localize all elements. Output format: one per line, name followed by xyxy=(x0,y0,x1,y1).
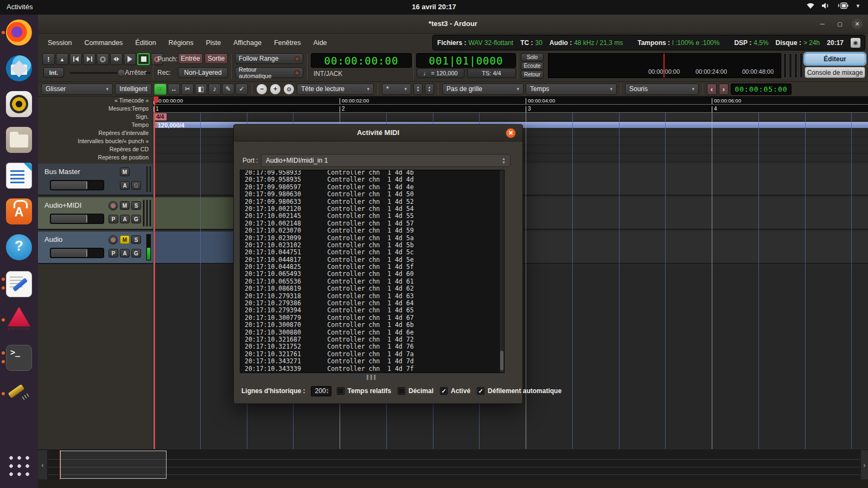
scrollbar-thumb[interactable] xyxy=(500,351,503,370)
track-gain-fader[interactable] xyxy=(50,180,104,190)
metronome-button[interactable]: ▲ xyxy=(56,53,68,65)
window-titlebar[interactable]: *test3 - Ardour ─ ▢ ✕ xyxy=(38,15,868,34)
record-enable-button[interactable] xyxy=(108,235,118,245)
close-button[interactable]: ✕ xyxy=(852,18,863,29)
editor-summary[interactable]: ‹ › xyxy=(38,450,868,479)
timecode-ruler[interactable]: 00:00:00:0000:00:02:0000:00:04:0000:00:0… xyxy=(154,97,868,105)
menu-edition[interactable]: Édition xyxy=(135,39,156,47)
zoom-out-button[interactable]: − xyxy=(256,84,267,95)
nudge-back-button[interactable]: ‹ xyxy=(707,84,717,95)
loop-button[interactable] xyxy=(97,53,109,65)
bus-master-a2-button[interactable]: A xyxy=(120,181,130,190)
bus-master-m-button[interactable]: M xyxy=(120,168,130,176)
port-combo[interactable]: Audio+MIDI/midi_in 1 ▲▼ xyxy=(261,154,510,167)
audio-midi-p2-button[interactable]: P xyxy=(108,215,118,223)
nudge-forward-button[interactable]: › xyxy=(719,84,729,95)
grid-unit-combo[interactable]: Temps▾ xyxy=(526,84,617,95)
ruler-label-reperes-de-cd[interactable]: Repères de CD xyxy=(38,145,153,153)
editor-page-button[interactable]: Éditeur xyxy=(805,53,865,65)
marker-filter-combo[interactable]: *▾ xyxy=(382,84,411,95)
zoom-focus-combo[interactable]: Tête de lecture▾ xyxy=(297,84,374,95)
summary-view-rectangle[interactable] xyxy=(60,451,167,479)
minimize-button[interactable]: ─ xyxy=(817,18,828,29)
audio-p2-button[interactable]: P xyxy=(108,249,118,258)
signature-marker[interactable]: 4/4 xyxy=(154,113,167,120)
summary-overview[interactable] xyxy=(48,450,860,479)
audio-midi-g2-button[interactable]: G xyxy=(131,215,141,223)
midi-panic-button[interactable]: ! xyxy=(42,53,55,65)
dock-item-ubuntu-software[interactable]: A xyxy=(6,198,32,224)
mixer-page-button[interactable]: Console de mixage xyxy=(805,67,865,78)
bus-master-g2-button[interactable]: G xyxy=(131,181,141,190)
listen-button[interactable]: Écoute xyxy=(521,62,544,70)
shuttle-mode-label[interactable]: Arrêter xyxy=(125,68,146,76)
solo-button[interactable]: Solo xyxy=(521,53,544,61)
decimal-checkbox[interactable] xyxy=(398,387,405,395)
track-header-audio-midi[interactable]: Audio+MIDIMSPAG xyxy=(38,197,153,230)
smart-mode-button[interactable]: Intelligent xyxy=(115,84,152,95)
transport-range-button[interactable] xyxy=(110,53,123,65)
ruler-label-reperes-de-position[interactable]: Repères de position xyxy=(38,153,153,162)
dialog-close-button[interactable]: ✕ xyxy=(506,128,516,138)
dock-item-terminal[interactable]: >_ xyxy=(6,345,32,371)
time-signature-button[interactable]: TS: 4/4 xyxy=(467,68,516,78)
checkbox-group-temps-relatifs[interactable]: Temps relatifs xyxy=(337,387,391,395)
dialog-titlebar[interactable]: Activité MIDI ✕ xyxy=(234,125,522,142)
signature-ruler[interactable]: 4/4 xyxy=(154,113,868,121)
grid-combo[interactable]: Pas de grille▾ xyxy=(442,84,524,95)
auto-return-button[interactable]: Retour automatique xyxy=(235,67,303,78)
summary-scroll-right-button[interactable]: › xyxy=(860,450,868,479)
range-tool-button[interactable]: ↔ xyxy=(168,84,180,95)
audio-midi-s-button[interactable]: S xyxy=(131,201,141,210)
menu-fenetres[interactable]: Fenêtres xyxy=(274,39,301,47)
follow-range-button[interactable]: Follow Range xyxy=(235,53,303,64)
audio-s-button[interactable]: S xyxy=(131,235,141,244)
track-header-bus-master[interactable]: Bus MasterMAG xyxy=(38,164,153,196)
track-height-expand-button[interactable]: ▲▼ xyxy=(425,84,434,95)
audio-midi-a2-button[interactable]: A xyxy=(120,215,130,223)
dock-item-qjackctl[interactable] xyxy=(6,381,32,407)
track-header-audio[interactable]: AudioMSPAG xyxy=(38,232,153,264)
dock-item-rhythmbox[interactable] xyxy=(6,91,32,117)
record-mode-button[interactable]: Non-Layered xyxy=(178,67,228,78)
record-enable-button[interactable] xyxy=(108,201,118,210)
dock-item-files[interactable] xyxy=(6,127,32,153)
dock-item-libreoffice-writer[interactable] xyxy=(6,163,32,189)
edit-point-combo[interactable]: Souris▾ xyxy=(625,84,699,95)
secondary-clock[interactable]: 001|01|0000 xyxy=(416,53,516,68)
track-gain-fader[interactable] xyxy=(50,214,104,224)
dock-item-help[interactable]: ? xyxy=(6,234,32,260)
history-depth-entry[interactable]: 200▲▼ xyxy=(311,386,331,396)
edit-tool-button[interactable]: ✓ xyxy=(235,84,248,95)
shuttle-handle[interactable] xyxy=(117,69,125,77)
nudge-clock[interactable]: 00:00:05:00 xyxy=(731,84,792,95)
feedback-button[interactable]: Retour xyxy=(521,70,544,79)
grab-tool-button[interactable]: ☞ xyxy=(154,84,167,95)
audio-midi-m-button[interactable]: M xyxy=(120,201,130,210)
stretch-tool-button[interactable]: ◧ xyxy=(195,84,207,95)
ruler-label-intervalles-boucle-punch[interactable]: Intervalles boucle/« punch » xyxy=(38,137,153,145)
checkbox-group-decimal[interactable]: Décimal xyxy=(398,387,433,395)
punch-out-button[interactable]: Sortie xyxy=(205,53,228,64)
zoom-fit-button[interactable]: ⊙ xyxy=(283,84,295,95)
play-button[interactable] xyxy=(124,53,136,65)
tempo-button[interactable]: ♩ = 120,000 xyxy=(417,68,464,78)
horizontal-scrollbar[interactable]: ▌▌▌ xyxy=(240,375,505,380)
primary-clock[interactable]: 00:00:00:00 xyxy=(311,53,412,68)
vertical-scrollbar[interactable] xyxy=(499,170,504,373)
track-height-shrink-button[interactable]: ▲▼ xyxy=(413,84,423,95)
ruler-label-tempo[interactable]: Tempo xyxy=(38,121,153,129)
active-checkbox[interactable]: ✓ xyxy=(440,387,448,395)
menu-piste[interactable]: Piste xyxy=(206,39,221,47)
defilement-automatique-checkbox[interactable]: ✓ xyxy=(477,387,484,395)
ruler-label-reperes-d-intervalle[interactable]: Repères d'intervalle xyxy=(38,129,153,137)
ruler-label-mesures-temps[interactable]: Mesures:Temps xyxy=(38,105,153,113)
dock-item-text-editor[interactable] xyxy=(6,271,32,297)
audio-m-button[interactable]: M xyxy=(120,235,130,244)
temps-relatifs-checkbox[interactable] xyxy=(337,387,344,395)
draw-tool-button[interactable]: ✎ xyxy=(222,84,234,95)
audio-g2-button[interactable]: G xyxy=(131,249,141,258)
playhead[interactable] xyxy=(154,97,155,449)
checkbox-group-active[interactable]: ✓Activé xyxy=(440,387,470,395)
menu-commandes[interactable]: Commandes xyxy=(84,39,123,47)
